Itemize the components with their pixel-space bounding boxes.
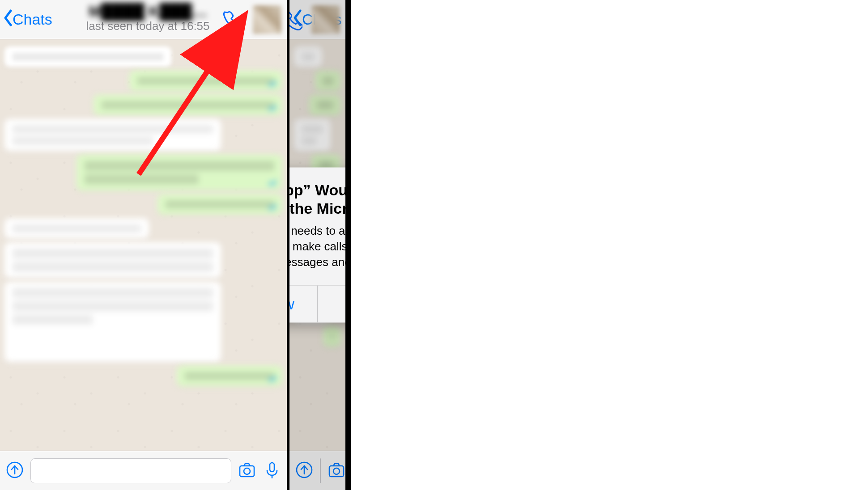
read-ticks-icon <box>267 179 279 189</box>
hangup-icon <box>348 401 351 436</box>
message-input[interactable] <box>30 458 231 483</box>
voice-call-icon[interactable] <box>223 10 244 32</box>
microphone-icon[interactable] <box>263 460 281 481</box>
svg-rect-2 <box>240 466 254 477</box>
chat-header: Chats M████ K███… last seen today at 16:… <box>0 0 287 39</box>
contact-info[interactable]: M████ K███… last seen today at 16:55 <box>76 3 220 33</box>
hangup-button[interactable] <box>348 389 351 448</box>
message-in <box>4 242 221 278</box>
read-ticks-icon <box>267 203 279 213</box>
call-heading: WHATSAPP CALL <box>348 0 351 47</box>
caller-avatar <box>348 210 351 313</box>
message-in <box>4 282 221 362</box>
back-button[interactable]: Chats <box>3 9 52 30</box>
message-out <box>77 155 282 190</box>
alert-allow-button[interactable]: OK <box>317 285 348 322</box>
alert-title: “WhatsApp” Would Like to Access the Micr… <box>289 181 348 218</box>
chevron-left-icon <box>3 9 13 30</box>
call-action-row: mute message speaker <box>348 268 351 348</box>
message-out <box>177 366 282 386</box>
panel-chat-call-hint: Chats M████ K███… last seen today at 16:… <box>0 0 289 490</box>
chat-input-bar <box>0 451 287 490</box>
message-in <box>4 119 221 151</box>
microphone-permission-alert: “WhatsApp” Would Like to Access the Micr… <box>289 168 348 323</box>
contact-last-seen: last seen today at 16:55 <box>76 19 220 33</box>
camera-icon[interactable] <box>238 460 256 481</box>
contact-avatar[interactable] <box>253 5 281 34</box>
alert-deny-button[interactable]: Don't Allow <box>289 285 317 322</box>
panel-permission-dialog: Chats M████ K███… ████ ██ ███ █████████ <box>289 0 348 490</box>
svg-rect-4 <box>270 463 274 472</box>
message-in <box>4 218 149 239</box>
read-ticks-icon <box>267 104 279 114</box>
message-in <box>4 46 171 67</box>
share-up-icon[interactable] <box>5 460 24 481</box>
read-ticks-icon <box>267 80 279 89</box>
message-out <box>129 71 282 91</box>
contact-name: M████ K███… <box>76 3 220 20</box>
message-out <box>94 95 282 115</box>
alert-message: WhatsApp needs to access your microphone… <box>289 223 348 270</box>
panel-call-screen: WHATSAPP CALL M██████ K█████████ calling… <box>348 0 351 490</box>
svg-point-3 <box>244 468 250 474</box>
chat-messages[interactable] <box>0 39 287 451</box>
back-label: Chats <box>13 11 52 28</box>
message-out <box>157 194 282 215</box>
read-ticks-icon <box>267 375 279 384</box>
